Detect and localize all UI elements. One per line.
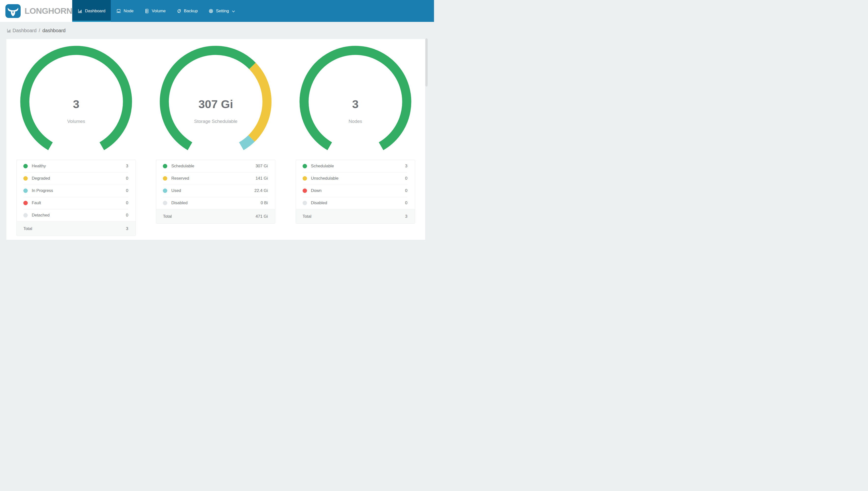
- legend-value: 0 Bi: [260, 201, 268, 205]
- legend-row: Disabled0 Bi: [156, 197, 275, 209]
- legend-value: 0: [126, 201, 128, 205]
- legend-total-row: Total 3: [296, 209, 415, 223]
- breadcrumb-separator: /: [39, 28, 40, 33]
- legend-label: Used: [171, 188, 181, 193]
- legend-dot-icon: [163, 201, 167, 205]
- legend-dot-icon: [303, 176, 307, 181]
- gauge-nodes: 3 Nodes Schedulable3Unschedulable0Down0D…: [286, 45, 425, 240]
- legend-value: 0: [126, 213, 128, 218]
- nav-tab-label: Volume: [152, 9, 166, 13]
- total-value: 3: [126, 226, 128, 231]
- gear-icon: [209, 9, 213, 13]
- legend-value: 3: [405, 164, 407, 169]
- nav-items: Dashboard Node Volume: [72, 0, 241, 22]
- legend-row: Unschedulable0: [296, 172, 415, 184]
- legend-label: Healthy: [32, 164, 46, 169]
- legend-row: Disabled0: [296, 197, 415, 209]
- legend-label: Down: [311, 188, 321, 193]
- gauge-volumes: 3 Volumes Healthy3Degraded0In Progress0F…: [6, 45, 146, 240]
- scrollbar-thumb[interactable]: [425, 38, 428, 87]
- legend-total-row: Total 471 Gi: [156, 209, 275, 223]
- bar-chart-icon: [78, 9, 83, 13]
- longhorn-logo-icon: [5, 4, 21, 18]
- legend-label: Unschedulable: [311, 176, 338, 181]
- donut-chart: [20, 45, 133, 151]
- legend-label: Fault: [32, 201, 41, 205]
- donut-chart: [159, 45, 272, 151]
- legend-row: Fault0: [17, 197, 135, 209]
- brand-text: LONGHORN: [25, 6, 72, 16]
- nav-tab-backup[interactable]: Backup: [171, 0, 204, 22]
- legend-dot-icon: [163, 189, 167, 193]
- legend-table-storage: Schedulable307 GiReserved141 GiUsed22.4 …: [156, 160, 275, 224]
- legend-value: 0: [405, 188, 407, 193]
- brand[interactable]: LONGHORN: [0, 0, 72, 22]
- gauge-donut-storage: 307 Gi Storage Schedulable: [159, 45, 272, 151]
- nav-tab-label: Setting: [216, 9, 229, 13]
- gauge-donut-volumes: 3 Volumes: [20, 45, 133, 151]
- legend-label: Disabled: [171, 201, 187, 205]
- legend-row: Used22.4 Gi: [156, 184, 275, 197]
- legend-dot-icon: [23, 164, 28, 168]
- legend-value: 3: [126, 164, 128, 169]
- donut-segment: [164, 50, 252, 146]
- bar-chart-icon: [7, 28, 11, 33]
- legend-dot-icon: [163, 164, 167, 168]
- legend-label: In Progress: [32, 188, 53, 193]
- chevron-down-icon: [232, 10, 235, 12]
- top-navbar: LONGHORN Dashboard Node: [0, 0, 434, 22]
- total-value: 3: [405, 214, 407, 219]
- donut-segment: [242, 139, 251, 146]
- legend-total-row: Total 3: [17, 222, 135, 236]
- total-label: Total: [163, 214, 172, 219]
- legend-label: Disabled: [311, 201, 327, 205]
- legend-value: 141 Gi: [255, 176, 268, 181]
- nav-tab-label: Node: [124, 9, 134, 13]
- legend-row: Schedulable307 Gi: [156, 160, 275, 172]
- legend-value: 0: [405, 176, 407, 181]
- legend-row: Healthy3: [17, 160, 135, 172]
- nav-tab-node[interactable]: Node: [111, 0, 139, 22]
- legend-dot-icon: [23, 176, 28, 181]
- legend-value: 0: [126, 188, 128, 193]
- donut-segment: [304, 50, 407, 146]
- total-label: Total: [23, 226, 32, 231]
- legend-value: 22.4 Gi: [254, 188, 268, 193]
- legend-label: Schedulable: [311, 164, 334, 169]
- legend-label: Degraded: [32, 176, 50, 181]
- legend-row: Degraded0: [17, 172, 135, 184]
- legend-dot-icon: [23, 201, 28, 205]
- nav-tab-dashboard[interactable]: Dashboard: [72, 0, 111, 22]
- laptop-icon: [116, 9, 121, 13]
- gauge-storage: 307 Gi Storage Schedulable Schedulable30…: [146, 45, 285, 240]
- breadcrumb-page: dashboard: [42, 28, 66, 33]
- legend-dot-icon: [23, 213, 28, 218]
- legend-row: Schedulable3: [296, 160, 415, 172]
- nav-tab-setting[interactable]: Setting: [203, 0, 241, 22]
- donut-chart: [299, 45, 412, 151]
- nav-tab-label: Dashboard: [85, 9, 105, 13]
- legend-row: Detached0: [17, 209, 135, 222]
- legend-dot-icon: [303, 164, 307, 168]
- legend-dot-icon: [23, 189, 28, 193]
- legend-label: Schedulable: [171, 164, 194, 169]
- legend-table-volumes: Healthy3Degraded0In Progress0Fault0Detac…: [17, 160, 136, 236]
- nav-tab-label: Backup: [184, 9, 198, 13]
- legend-value: 307 Gi: [255, 164, 268, 169]
- legend-table-nodes: Schedulable3Unschedulable0Down0Disabled0…: [296, 160, 415, 224]
- total-label: Total: [303, 214, 311, 219]
- legend-dot-icon: [303, 189, 307, 193]
- nav-tab-volume[interactable]: Volume: [139, 0, 171, 22]
- breadcrumb: Dashboard / dashboard: [0, 22, 434, 39]
- gauge-donut-nodes: 3 Nodes: [299, 45, 412, 151]
- legend-value: 0: [126, 176, 128, 181]
- legend-row: In Progress0: [17, 184, 135, 197]
- dashboard-card: 3 Volumes Healthy3Degraded0In Progress0F…: [6, 39, 425, 240]
- breadcrumb-section[interactable]: Dashboard: [12, 28, 37, 33]
- legend-value: 0: [405, 201, 407, 205]
- copy-icon: [177, 9, 182, 13]
- legend-label: Reserved: [171, 176, 189, 181]
- donut-segment: [251, 66, 267, 138]
- server-icon: [145, 9, 149, 13]
- legend-row: Reserved141 Gi: [156, 172, 275, 184]
